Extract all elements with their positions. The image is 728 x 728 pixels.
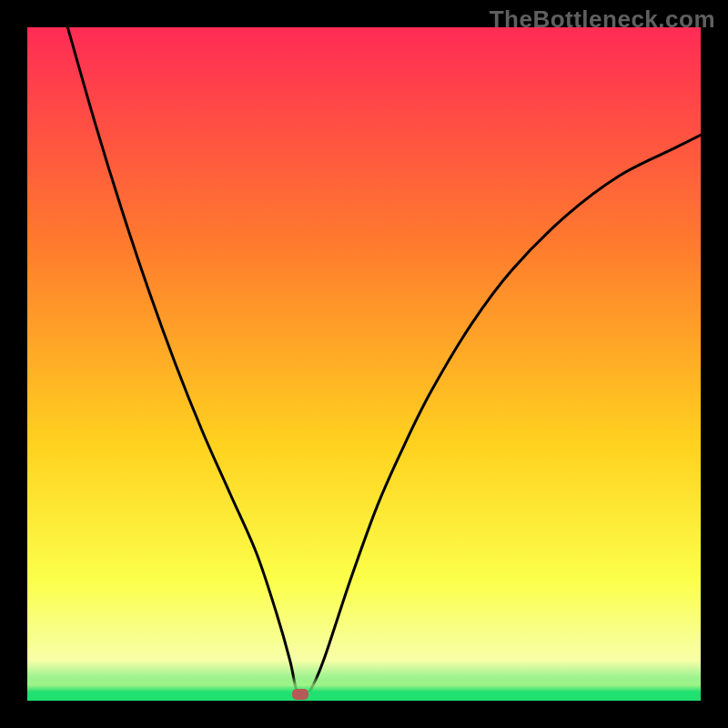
bottleneck-curve — [27, 27, 701, 701]
plot-area — [27, 27, 701, 701]
bottleneck-marker — [292, 689, 308, 700]
outer-frame: TheBottleneck.com — [0, 0, 728, 728]
watermark-text: TheBottleneck.com — [490, 5, 715, 34]
green-baseline — [27, 692, 701, 701]
